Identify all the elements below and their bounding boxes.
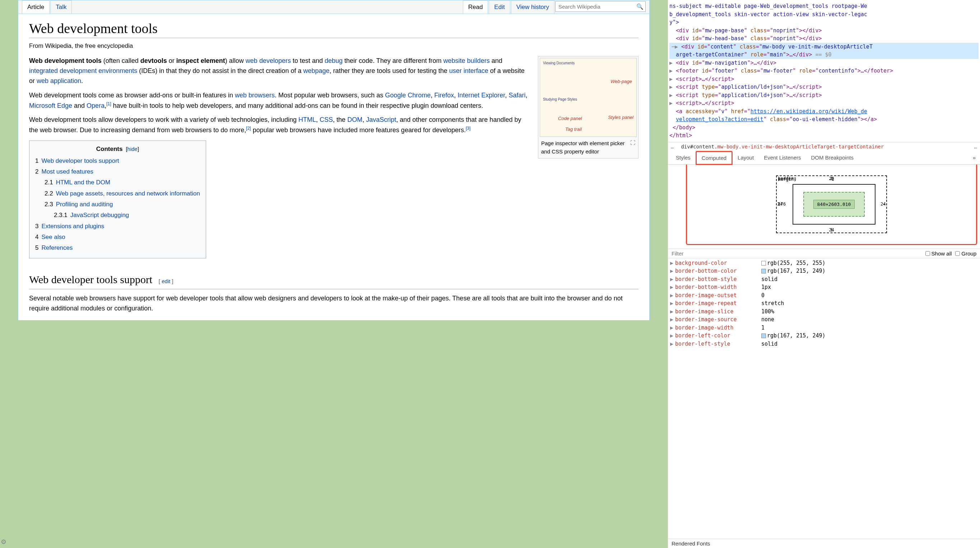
group-checkbox[interactable]: Group bbox=[955, 250, 977, 256]
toc-item[interactable]: 2.1HTML and the DOM bbox=[45, 178, 200, 187]
tab-event-listeners[interactable]: Event Listeners bbox=[759, 151, 806, 164]
link-web-developers[interactable]: web developers bbox=[246, 57, 291, 64]
tab-layout[interactable]: Layout bbox=[733, 151, 759, 164]
link-website-builders[interactable]: website builders bbox=[444, 57, 490, 64]
citation-3[interactable]: [3] bbox=[466, 126, 471, 131]
tab-article[interactable]: Article bbox=[22, 0, 49, 14]
property-row[interactable]: ▶border-bottom-stylesolid bbox=[670, 275, 977, 284]
thumbnail-image[interactable]: Viewing Documents Web-page Studying Page… bbox=[540, 58, 637, 137]
tab-edit[interactable]: Edit bbox=[489, 0, 510, 14]
section-heading: Web developer tools support [ edit ] bbox=[29, 271, 638, 290]
dom-node[interactable]: ▶ <script>…</script> bbox=[669, 99, 978, 107]
rendered-fonts-section[interactable]: Rendered Fonts bbox=[668, 538, 980, 548]
search-box[interactable]: 🔍 bbox=[555, 1, 646, 12]
property-row[interactable]: ▶border-image-slice100% bbox=[670, 307, 977, 316]
page-title: Web development tools bbox=[29, 21, 638, 38]
edit-section-link[interactable]: edit bbox=[162, 278, 170, 284]
toc-item[interactable]: 1Web developer tools support bbox=[35, 156, 200, 166]
box-model[interactable]: margin -1 176 - - border 1 1 - 1 padding… bbox=[776, 175, 887, 233]
citation-2[interactable]: [2] bbox=[246, 126, 251, 131]
dom-node[interactable]: ▶ <script type="application/ld+json">…</… bbox=[669, 91, 978, 100]
property-row[interactable]: ▶background-colorrgb(255, 255, 255) bbox=[670, 259, 977, 268]
article-body: Web development tools From Wikipedia, th… bbox=[18, 14, 649, 320]
search-icon[interactable]: 🔍 bbox=[635, 3, 645, 10]
dom-node[interactable]: <div id="mw-head-base" class="noprint"><… bbox=[669, 35, 978, 43]
gear-icon[interactable]: ⚙ bbox=[1, 538, 6, 546]
link-ide[interactable]: integrated development environments bbox=[29, 67, 137, 74]
dom-node[interactable]: <a accesskey="v" href="https://en.wikipe… bbox=[669, 107, 978, 116]
filter-input[interactable] bbox=[671, 250, 922, 256]
dom-node[interactable]: ▶ <div id="mw-navigation">…</div> bbox=[669, 59, 978, 67]
expand-icon[interactable]: ⛶ bbox=[630, 139, 635, 147]
dom-node[interactable]: ▶ <script>…</script> bbox=[669, 75, 978, 83]
toc-item[interactable]: 2.2Web page assets, resources and networ… bbox=[45, 189, 200, 198]
left-tabs: Article Talk bbox=[22, 0, 73, 14]
page-subtitle: From Wikipedia, the free encyclopedia bbox=[29, 42, 638, 49]
tab-talk[interactable]: Talk bbox=[50, 0, 72, 14]
dom-node[interactable]: ▶ <script type="application/ld+json">…</… bbox=[669, 83, 978, 91]
dom-breadcrumb[interactable]: … div#content.mw-body.ve-init-mw-desktop… bbox=[668, 142, 980, 151]
dom-node[interactable]: ▶ <footer id="footer" class="mw-footer" … bbox=[669, 67, 978, 75]
page-tabs-row: Article Talk Read Edit View history 🔍 bbox=[18, 0, 649, 14]
link-debug[interactable]: debug bbox=[325, 57, 343, 64]
show-all-checkbox[interactable]: Show all bbox=[926, 250, 952, 256]
toc-item[interactable]: 4See also bbox=[35, 233, 200, 242]
toc-item[interactable]: 3Extensions and plugins bbox=[35, 222, 200, 231]
search-input[interactable] bbox=[555, 2, 635, 11]
browser-content-pane: Article Talk Read Edit View history 🔍 We… bbox=[0, 0, 668, 548]
tab-read[interactable]: Read bbox=[463, 0, 488, 14]
styles-panel-tabs: Styles Computed Layout Event Listeners D… bbox=[668, 151, 980, 164]
table-of-contents: Contents [hide] 1Web developer tools sup… bbox=[29, 140, 206, 258]
link-ui[interactable]: user interface bbox=[449, 67, 488, 74]
devtools-pane: ns-subject mw-editable page-Web_developm… bbox=[668, 0, 980, 548]
toc-item[interactable]: 5References bbox=[35, 243, 200, 253]
toc-item[interactable]: 2.3Profiling and auditing bbox=[45, 200, 200, 209]
property-row[interactable]: ▶border-image-repeatstretch bbox=[670, 299, 977, 307]
property-row[interactable]: ▶border-image-sourcenone bbox=[670, 315, 977, 324]
link-webpage[interactable]: webpage bbox=[303, 67, 329, 74]
article-frame: Article Talk Read Edit View history 🔍 We… bbox=[18, 0, 650, 320]
dom-tree[interactable]: ns-subject mw-editable page-Web_developm… bbox=[668, 0, 980, 142]
dom-node-selected[interactable]: ⋯▶ <div id="content" class="mw-body ve-i… bbox=[669, 43, 978, 51]
link-webapp[interactable]: web application bbox=[37, 77, 81, 84]
thumbnail-caption: ⛶ Page inspector with element picker and… bbox=[540, 137, 637, 157]
property-row[interactable]: ▶border-image-width1 bbox=[670, 324, 977, 332]
toc-title: Contents [hide] bbox=[35, 145, 200, 154]
tab-dom-breakpoints[interactable]: DOM Breakpoints bbox=[806, 151, 859, 164]
right-tabs: Read Edit View history 🔍 bbox=[463, 0, 646, 14]
paragraph-4: Several notable web browsers have suppor… bbox=[29, 293, 638, 314]
filter-row: Show all Group bbox=[668, 249, 980, 258]
property-row[interactable]: ▶border-left-colorrgb(167, 215, 249) bbox=[670, 332, 977, 340]
thumbnail-box: Viewing Documents Web-page Studying Page… bbox=[538, 56, 638, 158]
toc-item[interactable]: 2Most used features bbox=[35, 167, 200, 177]
content: Viewing Documents Web-page Studying Page… bbox=[29, 56, 638, 314]
computed-properties-list[interactable]: ▶background-colorrgb(255, 255, 255)▶bord… bbox=[668, 258, 980, 539]
more-tabs-icon[interactable]: » bbox=[969, 151, 980, 164]
citation-1[interactable]: [1] bbox=[106, 101, 111, 107]
property-row[interactable]: ▶border-bottom-width1px bbox=[670, 283, 977, 292]
tab-computed[interactable]: Computed bbox=[695, 151, 733, 165]
tab-styles[interactable]: Styles bbox=[671, 151, 695, 164]
toc-item[interactable]: 2.3.1JavaScript debugging bbox=[54, 210, 200, 220]
property-row[interactable]: ▶border-image-outset0 bbox=[670, 292, 977, 300]
property-row[interactable]: ▶border-left-stylesolid bbox=[670, 340, 977, 348]
property-row[interactable]: ▶border-bottom-colorrgb(167, 215, 249) bbox=[670, 267, 977, 275]
box-model-highlight: margin -1 176 - - border 1 1 - 1 padding… bbox=[686, 164, 977, 245]
tab-history[interactable]: View history bbox=[511, 0, 554, 14]
dom-node[interactable]: <div id="mw-page-base" class="noprint"><… bbox=[669, 27, 978, 35]
toc-hide-link[interactable]: hide bbox=[127, 146, 138, 152]
